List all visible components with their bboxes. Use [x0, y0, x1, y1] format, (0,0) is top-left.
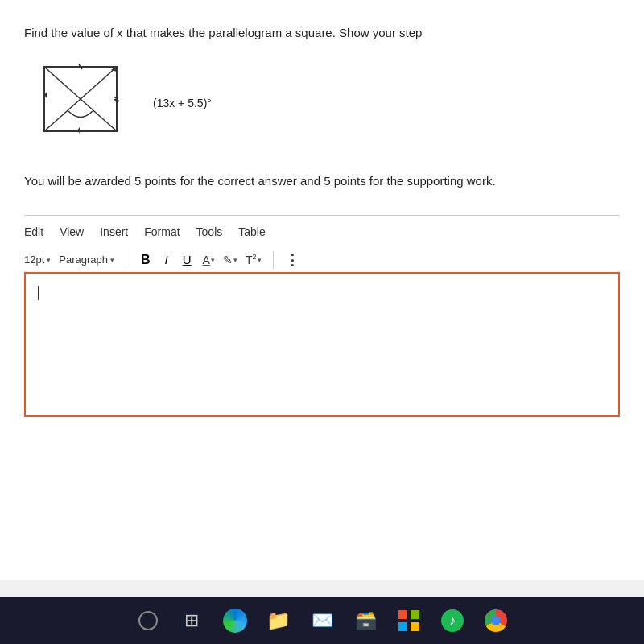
text-cursor [38, 286, 39, 300]
edge-icon [223, 609, 247, 633]
excel-icon: 🗃️ [355, 610, 377, 631]
menu-edit[interactable]: Edit [24, 225, 43, 238]
windows-button[interactable] [130, 603, 166, 638]
bold-button[interactable]: B [138, 251, 154, 269]
text-color-label: A [203, 254, 210, 266]
menu-insert[interactable]: Insert [100, 225, 128, 238]
windows-store-icon [398, 610, 419, 631]
excel-button[interactable]: 🗃️ [348, 603, 383, 638]
section-divider [24, 215, 620, 216]
font-size-select[interactable]: 12pt ▾ [24, 254, 51, 266]
menu-view[interactable]: View [60, 225, 84, 238]
windows-store-button[interactable] [391, 603, 427, 638]
chrome-icon [485, 609, 507, 632]
taskbar: ⊞ 📁 ✉️ 🗃️ ♪ [0, 597, 644, 644]
highlight-label: ✎ [223, 254, 233, 266]
points-text: You will be awarded 5 points for the cor… [24, 171, 620, 191]
font-size-value: 12pt [24, 254, 44, 266]
edge-button[interactable] [217, 603, 253, 638]
toolbar-separator-2 [273, 251, 274, 269]
more-options-button[interactable]: ⋮ [285, 251, 300, 269]
font-size-arrow: ▾ [47, 256, 51, 264]
italic-button[interactable]: I [162, 251, 171, 268]
text-editor[interactable] [24, 272, 620, 417]
text-color-arrow: ▾ [211, 256, 215, 264]
paragraph-select[interactable]: Paragraph ▾ [59, 254, 114, 266]
diagram-area: (13x + 5.5)° [32, 59, 620, 147]
menu-tools[interactable]: Tools [196, 225, 223, 238]
angle-label: (13x + 5.5)° [153, 97, 212, 109]
superscript-button[interactable]: T2 ▾ [246, 253, 262, 266]
superscript-arrow: ▾ [258, 256, 262, 264]
text-color-button[interactable]: A ▾ [203, 254, 215, 266]
spotify-button[interactable]: ♪ [435, 603, 470, 638]
paragraph-arrow: ▾ [110, 256, 114, 264]
question-text: Find the value of x that makes the paral… [24, 24, 620, 43]
windows-icon [138, 611, 158, 630]
menu-format[interactable]: Format [144, 225, 180, 238]
highlight-button[interactable]: ✎ ▾ [223, 254, 237, 266]
folder-icon: 📁 [266, 609, 291, 632]
paragraph-value: Paragraph [59, 254, 108, 266]
explorer-button[interactable]: 📁 [261, 603, 296, 638]
toolbar-menu: Edit View Insert Format Tools Table [24, 222, 620, 242]
chrome-button[interactable] [478, 603, 514, 638]
toolbar-separator-1 [126, 251, 126, 269]
main-content: Find the value of x that makes the paral… [0, 0, 644, 580]
formatting-bar: 12pt ▾ Paragraph ▾ B I U A ▾ ✎ ▾ T2 ▾ ⋮ [24, 248, 620, 272]
search-button[interactable]: ⊞ [174, 603, 209, 638]
superscript-label: T2 [246, 253, 257, 266]
parallelogram-svg [32, 59, 137, 147]
spotify-icon: ♪ [441, 609, 464, 632]
mail-icon: ✉️ [312, 610, 333, 631]
search-icon: ⊞ [184, 610, 199, 631]
highlight-arrow: ▾ [233, 256, 237, 264]
underline-button[interactable]: U [180, 251, 195, 268]
menu-table[interactable]: Table [238, 225, 265, 238]
mail-button[interactable]: ✉️ [304, 603, 340, 638]
